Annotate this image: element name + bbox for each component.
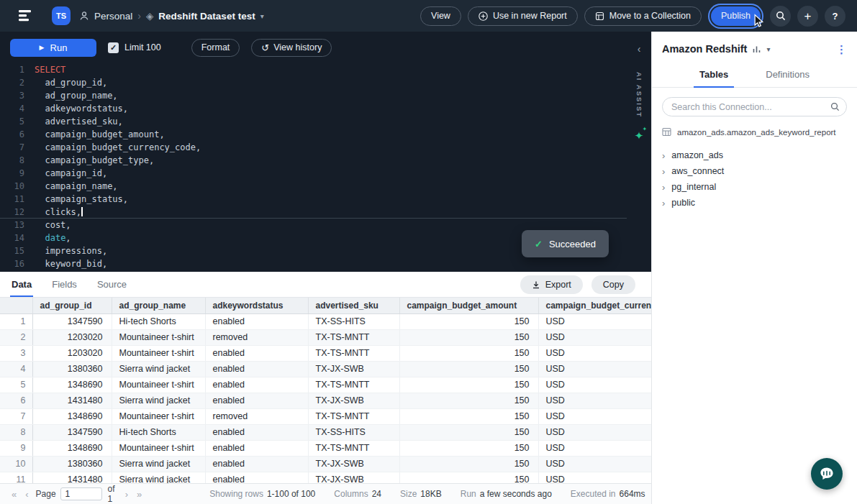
cell[interactable]: Sierra wind jacket bbox=[112, 472, 205, 483]
cell[interactable]: USD bbox=[538, 456, 651, 472]
page-last-icon[interactable]: » bbox=[132, 489, 146, 500]
cell[interactable]: 150 bbox=[399, 313, 538, 329]
code-line[interactable]: 4 adkeywordstatus, bbox=[0, 102, 627, 115]
column-header[interactable]: campaign_budget_amount bbox=[399, 298, 538, 313]
cell[interactable]: 1380360 bbox=[32, 456, 112, 472]
cell[interactable]: enabled bbox=[205, 440, 308, 456]
use-in-new-report-button[interactable]: Use in new Report bbox=[468, 6, 578, 26]
cell[interactable]: USD bbox=[538, 424, 651, 440]
cell[interactable]: USD bbox=[538, 329, 651, 345]
code-line[interactable]: 9 campaign_id, bbox=[0, 167, 627, 180]
cell[interactable]: USD bbox=[538, 377, 651, 393]
search-input[interactable] bbox=[662, 97, 847, 116]
code-line[interactable]: 6 campaign_budget_amount, bbox=[0, 128, 627, 141]
page-next-icon[interactable]: › bbox=[121, 489, 132, 500]
code-line[interactable]: 1SELECT bbox=[0, 63, 627, 76]
column-header[interactable]: ad_group_name bbox=[112, 298, 205, 313]
code-line[interactable]: 8 campaign_budget_type, bbox=[0, 154, 627, 167]
cell[interactable]: 1348690 bbox=[32, 440, 112, 456]
sidebar-tab-tables[interactable]: Tables bbox=[694, 66, 734, 88]
table-row[interactable]: 91348690Mountaineer t-shirtenabledTX-TS-… bbox=[0, 440, 651, 456]
cell[interactable]: enabled bbox=[205, 424, 308, 440]
cell[interactable]: Mountaineer t-shirt bbox=[112, 345, 205, 361]
cell[interactable]: removed bbox=[205, 329, 308, 345]
code-line[interactable]: 12 clicks, bbox=[0, 206, 627, 219]
page-number-input[interactable] bbox=[60, 487, 102, 500]
cell[interactable]: Hi-tech Shorts bbox=[112, 313, 205, 329]
cell[interactable]: Sierra wind jacket bbox=[112, 456, 205, 472]
table-row[interactable]: 111431480Sierra wind jacketenabledTX-JX-… bbox=[0, 472, 651, 483]
chat-launcher-button[interactable] bbox=[811, 458, 843, 490]
cell[interactable]: USD bbox=[538, 361, 651, 377]
cell[interactable]: USD bbox=[538, 440, 651, 456]
cell[interactable]: Mountaineer t-shirt bbox=[112, 329, 205, 345]
cell[interactable]: 150 bbox=[399, 408, 538, 424]
table-row[interactable]: 11347590Hi-tech ShortsenabledTX-SS-HITS1… bbox=[0, 313, 651, 329]
cell[interactable]: TX-TS-MNTT bbox=[308, 329, 399, 345]
cell[interactable]: TX-JX-SWB bbox=[308, 393, 399, 408]
cell[interactable]: Sierra wind jacket bbox=[112, 393, 205, 408]
cell[interactable]: Mountaineer t-shirt bbox=[112, 440, 205, 456]
column-header[interactable]: campaign_budget_currency_code bbox=[538, 298, 651, 313]
cell[interactable]: 1348690 bbox=[32, 408, 112, 424]
cell[interactable]: TX-TS-MNTT bbox=[308, 408, 399, 424]
cell[interactable]: Sierra wind jacket bbox=[112, 361, 205, 377]
move-to-collection-button[interactable]: Move to a Collection bbox=[584, 6, 702, 26]
table-row[interactable]: 51348690Mountaineer t-shirtenabledTX-TS-… bbox=[0, 377, 651, 393]
limit-toggle[interactable]: ✓ Limit 100 bbox=[108, 42, 161, 53]
cell[interactable]: 150 bbox=[399, 393, 538, 408]
results-tab-fields[interactable]: Fields bbox=[50, 272, 78, 297]
column-header[interactable]: ad_group_id bbox=[32, 298, 112, 313]
search-button[interactable] bbox=[770, 6, 791, 27]
cell[interactable]: 1203020 bbox=[32, 329, 112, 345]
publish-button[interactable]: Publish bbox=[711, 6, 761, 26]
export-button[interactable]: Export bbox=[520, 275, 583, 294]
code-line[interactable]: 10 campaign_name, bbox=[0, 180, 627, 193]
cell[interactable]: enabled bbox=[205, 456, 308, 472]
kebab-menu-icon[interactable]: ⋮ bbox=[836, 44, 847, 55]
results-tab-data[interactable]: Data bbox=[10, 272, 33, 297]
cell[interactable]: Mountaineer t-shirt bbox=[112, 377, 205, 393]
cell[interactable]: enabled bbox=[205, 361, 308, 377]
cell[interactable]: USD bbox=[538, 408, 651, 424]
cell[interactable]: 1348690 bbox=[32, 377, 112, 393]
results-tab-source[interactable]: Source bbox=[96, 272, 128, 297]
cell[interactable]: USD bbox=[538, 472, 651, 483]
table-row[interactable]: 21203020Mountaineer t-shirtremovedTX-TS-… bbox=[0, 329, 651, 345]
cell[interactable]: enabled bbox=[205, 377, 308, 393]
cell[interactable]: 1380360 bbox=[32, 361, 112, 377]
view-button[interactable]: View bbox=[420, 6, 461, 26]
cell[interactable]: USD bbox=[538, 313, 651, 329]
schema-item[interactable]: ›pg_internal bbox=[652, 179, 857, 195]
cell[interactable]: 1431480 bbox=[32, 393, 112, 408]
cell[interactable]: removed bbox=[205, 408, 308, 424]
cell[interactable]: TX-SS-HITS bbox=[308, 313, 399, 329]
cell[interactable]: TX-JX-SWB bbox=[308, 361, 399, 377]
cell[interactable]: enabled bbox=[205, 472, 308, 483]
cell[interactable]: 150 bbox=[399, 377, 538, 393]
user-avatar[interactable]: TS bbox=[52, 6, 71, 25]
code-line[interactable]: 11 campaign_status, bbox=[0, 193, 627, 206]
cell[interactable]: enabled bbox=[205, 393, 308, 408]
cell[interactable]: 1203020 bbox=[32, 345, 112, 361]
schema-item[interactable]: ›amazon_ads bbox=[652, 147, 857, 163]
add-button[interactable]: + bbox=[797, 6, 818, 27]
cell[interactable]: 1347590 bbox=[32, 424, 112, 440]
help-button[interactable]: ? bbox=[825, 6, 845, 27]
cell[interactable]: TX-JX-SWB bbox=[308, 472, 399, 483]
page-prev-icon[interactable]: ‹ bbox=[21, 489, 32, 500]
cell[interactable]: 150 bbox=[399, 424, 538, 440]
cell[interactable]: USD bbox=[538, 345, 651, 361]
chevron-down-icon[interactable]: ▾ bbox=[766, 45, 770, 53]
cell[interactable]: 150 bbox=[399, 345, 538, 361]
copy-button[interactable]: Copy bbox=[591, 275, 635, 294]
table-row[interactable]: 31203020Mountaineer t-shirtenabledTX-TS-… bbox=[0, 345, 651, 361]
cell[interactable]: TX-TS-MNTT bbox=[308, 440, 399, 456]
table-row[interactable]: 41380360Sierra wind jacketenabledTX-JX-S… bbox=[0, 361, 651, 377]
column-header[interactable]: advertised_sku bbox=[308, 298, 399, 313]
connection-title[interactable]: Amazon Redshift bbox=[662, 43, 747, 55]
table-row[interactable]: 71348690Mountaineer t-shirtremovedTX-TS-… bbox=[0, 408, 651, 424]
code-line[interactable]: 3 ad_group_name, bbox=[0, 89, 627, 102]
cell[interactable]: 150 bbox=[399, 329, 538, 345]
code-line[interactable]: 7 campaign_budget_currency_code, bbox=[0, 141, 627, 154]
